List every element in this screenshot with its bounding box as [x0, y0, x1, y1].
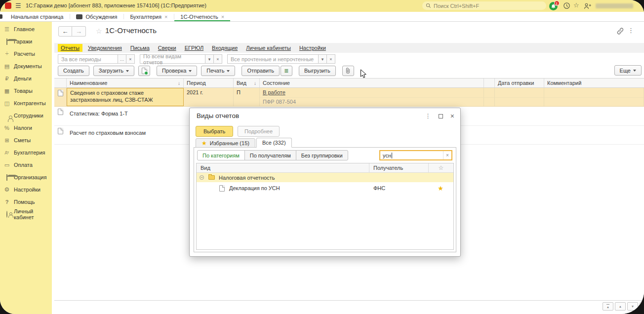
icon-column-header[interactable] — [54, 78, 67, 87]
back-button[interactable]: ← — [58, 26, 72, 37]
main-menu-icon[interactable]: ☰ — [15, 2, 21, 9]
load-from-file-button[interactable] — [138, 66, 150, 76]
period-picker-button[interactable]: … — [118, 54, 126, 64]
tab-letters[interactable]: Письма — [127, 44, 153, 52]
scroll-to-top-button[interactable]: ▲ — [603, 302, 613, 311]
sidebar-item-money[interactable]: Деньги — [0, 72, 52, 84]
users-button[interactable] — [584, 3, 592, 9]
report-kind-cell[interactable]: П — [234, 88, 260, 106]
comment-column-header[interactable]: Комментарий — [544, 78, 644, 87]
scroll-up-button[interactable]: ▲ — [615, 302, 626, 311]
search-clear-button[interactable]: × — [443, 151, 451, 159]
report-name-cell[interactable]: Сведения о страховом стаже застрахованны… — [67, 88, 184, 106]
collapse-icon[interactable]: − — [200, 175, 204, 180]
details-button[interactable]: Подробнее — [238, 126, 280, 137]
close-icon[interactable]: × — [450, 114, 454, 118]
tab-settings[interactable]: Настройки — [296, 44, 329, 52]
sidebar-item-taxes[interactable]: Налоги — [0, 121, 52, 134]
report-state-cell[interactable]: В работе ПФР 087-504 — [260, 88, 484, 106]
global-search-input[interactable]: Поиск Ctrl+Shift+F — [422, 1, 546, 10]
report-sent-cell[interactable] — [495, 88, 544, 106]
period-filter-input[interactable]: За все периоды — [58, 54, 118, 64]
send-options-button[interactable]: ≣ — [281, 66, 292, 76]
spacer-column-header[interactable] — [484, 78, 495, 87]
sidebar-item-garages[interactable]: Гаражи — [0, 35, 52, 47]
tab-egrul[interactable]: ЕГРЮЛ — [182, 44, 206, 52]
tab-overflow-icon[interactable] — [0, 12, 4, 21]
sidebar-item-payment[interactable]: Оплата — [0, 158, 52, 171]
more-menu-icon[interactable]: ⋮ — [628, 27, 634, 34]
attachment-button[interactable] — [342, 66, 354, 76]
create-button[interactable]: Создать — [58, 66, 89, 76]
no-grouping-button[interactable]: Без группировки — [296, 150, 348, 160]
sidebar-item-main[interactable]: Главное — [0, 23, 52, 35]
sidebar-item-settings[interactable]: Настройки — [0, 183, 52, 196]
scroll-to-bottom-button[interactable]: ▼ — [640, 302, 644, 311]
group-by-category-button[interactable]: По категориям — [197, 150, 245, 160]
name-column-header[interactable]: Наименование↓ — [67, 78, 184, 87]
read-state-dropdown-button[interactable]: ▾ — [319, 54, 327, 64]
group-by-recipient-button[interactable]: По получателям — [244, 150, 296, 160]
tab-reconciliations[interactable]: Сверки — [155, 44, 179, 52]
load-button[interactable]: Загрузить — [93, 66, 134, 76]
group-row-tax-reporting[interactable]: − Налоговая отчетность — [197, 173, 453, 182]
sidebar-item-documents[interactable]: Документы — [0, 60, 52, 72]
print-button[interactable]: Печать — [201, 66, 235, 76]
dialog-search-input[interactable]: усн × — [379, 150, 452, 160]
export-button[interactable]: Выгрузить — [299, 66, 336, 76]
report-name-cell[interactable]: Статистика: Форма 1-Т — [67, 107, 184, 125]
sidebar-item-accounting[interactable]: ДтБухгалтерия — [0, 146, 52, 158]
tab-reports[interactable]: Отчеты — [58, 44, 82, 52]
read-state-filter-input[interactable]: Все прочтенные и непрочтенные — [227, 54, 319, 64]
kind-dropdown-button[interactable]: ▾ — [205, 54, 214, 64]
report-comment-cell[interactable] — [544, 88, 644, 106]
user-name-redacted[interactable] — [596, 3, 633, 8]
history-button[interactable] — [563, 2, 570, 9]
tab-discussions[interactable]: Обсуждения — [70, 12, 123, 21]
favorite-column-header[interactable]: ☆ — [429, 163, 453, 172]
sent-date-column-header[interactable]: Дата отправки — [495, 78, 544, 87]
sidebar-item-account[interactable]: Личный кабинет — [0, 208, 52, 220]
state-column-header[interactable]: Состояние — [260, 78, 484, 87]
notifications-button[interactable]: 1 — [549, 2, 558, 10]
close-tab-icon[interactable]: × — [221, 14, 224, 20]
favorite-page-icon[interactable]: ☆ — [96, 27, 102, 35]
forward-button[interactable]: → — [72, 26, 86, 37]
kind-clear-button[interactable]: × — [214, 54, 222, 64]
tab-all[interactable]: Все (332) — [256, 138, 292, 148]
report-name-cell[interactable]: Расчет по страховым взносам — [67, 126, 184, 144]
sidebar-item-calculations[interactable]: Расчеты — [0, 47, 52, 60]
send-button[interactable]: Отправить — [242, 66, 280, 76]
sidebar-item-help[interactable]: Помощь — [0, 196, 52, 208]
scroll-down-button[interactable]: ▼ — [627, 302, 638, 311]
kind-column-header[interactable]: Вид — [197, 163, 369, 172]
tab-favorites[interactable]: ★ Избранные (15) — [196, 138, 255, 148]
state-link[interactable]: В работе — [263, 89, 285, 95]
sidebar-item-employees[interactable]: Сотрудники — [0, 109, 52, 121]
dialog-more-icon[interactable]: ⋮ — [425, 113, 431, 119]
sidebar-item-goods[interactable]: Товары — [0, 84, 52, 97]
select-button[interactable]: Выбрать — [196, 126, 233, 137]
favorite-star-icon[interactable]: ★ — [438, 185, 443, 192]
table-row-selected[interactable]: Сведения о страховом стаже застрахованны… — [54, 88, 644, 107]
tab-home[interactable]: Начальная страница — [4, 12, 70, 21]
close-tab-icon[interactable]: × — [164, 14, 167, 20]
tab-personal-accounts[interactable]: Личные кабинеты — [243, 44, 294, 52]
period-column-header[interactable]: Период — [184, 78, 234, 87]
sidebar-item-organization[interactable]: Организация — [0, 171, 52, 183]
favorites-button[interactable]: ☆ — [573, 1, 579, 9]
tab-notifications[interactable]: Уведомления — [85, 44, 125, 52]
link-icon[interactable] — [616, 28, 624, 35]
more-button[interactable]: Еще — [614, 65, 642, 76]
tab-reporting[interactable]: 1С-Отчетность × — [174, 12, 231, 21]
sidebar-item-partners[interactable]: Контрагенты — [0, 97, 52, 109]
kind-column-header[interactable]: Вид↓ — [234, 78, 260, 87]
tab-incoming[interactable]: Входящие — [209, 44, 241, 52]
report-period-cell[interactable]: 2021 г. — [184, 88, 234, 106]
tab-accounting[interactable]: Бухгалтерия × — [123, 12, 174, 21]
maximize-icon[interactable] — [439, 114, 443, 118]
period-clear-button[interactable]: × — [126, 54, 135, 64]
read-state-clear-button[interactable]: × — [327, 54, 335, 64]
recipient-column-header[interactable]: Получатель — [369, 163, 429, 172]
kind-row-usn-declaration[interactable]: Декларация по УСН ФНС ★ — [197, 182, 453, 194]
